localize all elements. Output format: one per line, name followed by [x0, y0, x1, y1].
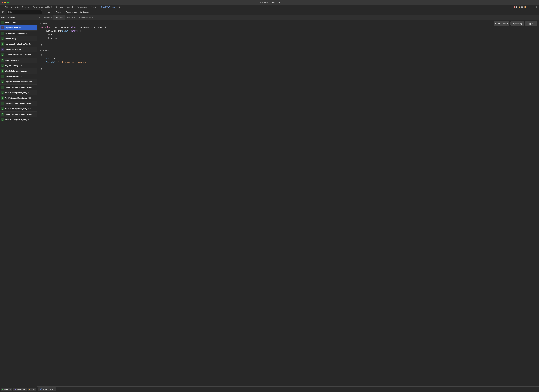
- status-warnings-count: 98: [521, 6, 523, 8]
- copy-query-button[interactable]: Copy Query: [510, 21, 524, 26]
- operation-list: QVisitorQueryMLogGateExposureQUnreadNoti…: [0, 20, 37, 387]
- tab-network[interactable]: Network: [65, 5, 75, 9]
- query-badge-icon: Q: [1, 86, 4, 89]
- operation-item[interactable]: QRightSidebarQuery: [0, 63, 37, 68]
- export-button[interactable]: Export / Share: [494, 21, 509, 26]
- operation-name: UserViewerEdge: [5, 75, 19, 77]
- operation-item[interactable]: QHomeMainContentHeaderQue: [0, 52, 37, 58]
- section-query-header[interactable]: ▼ Query: [40, 22, 537, 24]
- operation-item[interactable]: QUnreadNotificationCount: [0, 31, 37, 36]
- query-badge-icon: Q: [1, 53, 4, 56]
- operation-name: AddToCatalogBaseQuery: [5, 118, 27, 121]
- tab-memory[interactable]: Memory: [89, 5, 99, 9]
- tab-graphql-network[interactable]: GraphQL Network: [99, 5, 118, 9]
- query-badge-icon: Q: [1, 43, 4, 46]
- code-brackets-icon: [40, 388, 42, 390]
- operation-item[interactable]: QAddToCatalogBaseQuery+11: [0, 117, 37, 123]
- tab-console[interactable]: Console: [20, 5, 31, 9]
- operation-extra-count: +12: [28, 92, 31, 94]
- svg-point-8: [536, 7, 537, 8]
- filter-input[interactable]: [7, 10, 42, 14]
- dot-icon: [29, 389, 30, 390]
- operation-extra-count: +2: [20, 75, 23, 77]
- checkbox-invert[interactable]: Invert: [44, 11, 51, 13]
- operation-item[interactable]: MLogGateExposure: [0, 25, 37, 31]
- operation-name: LegacyWebInlineRecommende: [5, 102, 32, 104]
- operation-name: LegacyWebInlineRecommende: [5, 81, 32, 83]
- dtab-headers[interactable]: Headers: [42, 15, 53, 20]
- operation-item[interactable]: MLogGateExposure: [0, 47, 37, 52]
- overflow-tabs-icon[interactable]: [118, 5, 121, 9]
- inspect-icon[interactable]: [0, 5, 5, 9]
- operation-name: AvatarMenuQuery: [5, 59, 21, 61]
- query-badge-icon: Q: [1, 102, 4, 105]
- query-badge-icon: Q: [1, 59, 4, 62]
- operation-name: LogGateExposure: [5, 48, 21, 51]
- query-badge-icon: Q: [1, 64, 4, 67]
- dtab-request[interactable]: Request: [53, 15, 65, 20]
- operation-item[interactable]: QLegacyWebInlineRecommende: [0, 79, 37, 85]
- operation-item[interactable]: QLegacyWebInlineRecommende: [0, 85, 37, 90]
- operation-item[interactable]: QLegacyWebInlineRecommende: [0, 101, 37, 106]
- operation-name: UnreadNotificationCount: [5, 32, 27, 34]
- close-icon[interactable]: [37, 15, 42, 20]
- checkbox-preserve-log-label: Preserve Log: [66, 11, 77, 13]
- chip-queries[interactable]: Queries: [1, 388, 12, 391]
- chip-persisted[interactable]: Pers: [28, 388, 36, 391]
- tab-elements[interactable]: Elements: [9, 5, 20, 9]
- query-badge-icon: Q: [1, 75, 4, 78]
- device-toggle-icon[interactable]: [5, 5, 8, 9]
- operation-item[interactable]: QhomepageReadingListWithCat: [0, 41, 37, 47]
- dtab-response[interactable]: Response: [65, 15, 77, 20]
- query-badge-icon: Q: [1, 37, 4, 40]
- operation-item[interactable]: QAddToCatalogBaseQuery+12: [0, 106, 37, 112]
- operation-item[interactable]: QViewerQuery: [0, 36, 37, 42]
- operation-item[interactable]: QAddToCatalogBaseQuery+12: [0, 90, 37, 95]
- chip-mutations-label: Mutations: [17, 388, 25, 391]
- kebab-menu-icon[interactable]: [534, 5, 539, 9]
- operation-item[interactable]: QUserViewerEdge+2: [0, 74, 37, 79]
- chip-queries-label: Queries: [4, 388, 11, 391]
- issue-icon: [524, 6, 526, 8]
- clear-icon[interactable]: [1, 10, 5, 14]
- tab-perf-insights-label: Performance insights: [33, 6, 50, 8]
- operation-item[interactable]: QAddToCatalogBaseQuery+11: [0, 95, 37, 101]
- svg-point-7: [536, 7, 537, 7]
- operation-name: LegacyWebInlineRecommende: [5, 86, 32, 88]
- tab-sources[interactable]: Sources: [54, 5, 65, 9]
- mutation-badge-icon: M: [1, 26, 4, 29]
- dtab-response-raw[interactable]: Response (Raw): [77, 15, 96, 20]
- operation-item[interactable]: QVisitorQuery: [0, 20, 37, 25]
- search-button[interactable]: Search: [80, 11, 89, 13]
- checkbox-preserve-log[interactable]: Preserve Log: [63, 11, 77, 13]
- window-title: DevTools - medium.com/: [0, 1, 539, 4]
- operation-extra-count: +12: [28, 108, 31, 110]
- svg-point-6: [536, 6, 537, 7]
- operation-name: LegacyWebInlineRecommende: [5, 113, 32, 115]
- chip-mutations[interactable]: Mutations: [13, 388, 27, 391]
- operation-item[interactable]: QWhoToFollowModuleQuery: [0, 68, 37, 74]
- section-query-label: Query: [42, 22, 47, 24]
- status-errors[interactable]: 1: [513, 6, 518, 8]
- query-badge-icon: Q: [1, 21, 4, 24]
- operation-name: homepageReadingListWithCat: [5, 43, 31, 45]
- copy-vars-button[interactable]: Copy Vars: [525, 21, 537, 26]
- auto-format-button[interactable]: Auto Format: [38, 387, 56, 391]
- caret-down-icon: ▼: [40, 23, 41, 24]
- dot-icon: [14, 389, 16, 390]
- caret-down-icon: ▼: [40, 50, 41, 52]
- settings-icon[interactable]: [530, 5, 534, 9]
- operation-item[interactable]: QAvatarMenuQuery: [0, 58, 37, 63]
- checkbox-regex[interactable]: Regex: [53, 11, 61, 13]
- operation-name: AddToCatalogBaseQuery: [5, 108, 27, 110]
- tab-perf-insights[interactable]: Performance insights: [31, 5, 54, 9]
- query-badge-icon: Q: [1, 96, 4, 99]
- query-badge-icon: Q: [1, 91, 4, 94]
- tab-performance[interactable]: Performance: [75, 5, 89, 9]
- operation-item[interactable]: QLegacyWebInlineRecommende: [0, 112, 37, 117]
- status-issues[interactable]: 37: [524, 6, 529, 8]
- query-badge-icon: Q: [1, 107, 4, 110]
- operation-name: WhoToFollowModuleQuery: [5, 70, 29, 72]
- status-warnings[interactable]: 98: [518, 6, 523, 8]
- section-variables-header[interactable]: ▼ Variables: [40, 50, 537, 52]
